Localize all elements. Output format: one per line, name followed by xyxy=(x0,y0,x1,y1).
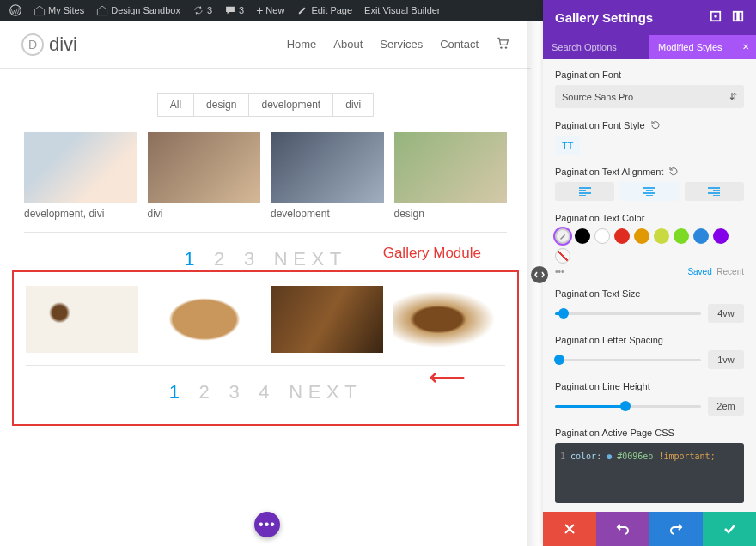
undo-button[interactable] xyxy=(596,512,649,546)
swatch-yellow[interactable] xyxy=(654,228,669,244)
color-picker[interactable] xyxy=(555,228,570,244)
portfolio-item[interactable]: design xyxy=(394,132,508,220)
nav-contact[interactable]: Contact xyxy=(440,38,479,51)
swatch-red[interactable] xyxy=(614,228,630,244)
page-2[interactable]: 2 xyxy=(214,248,230,270)
gallery-item[interactable] xyxy=(271,286,383,353)
page-3[interactable]: 3 xyxy=(244,248,260,270)
svg-point-6 xyxy=(714,15,717,18)
label-letter-spacing: Pagination Letter Spacing xyxy=(555,335,744,345)
panel-footer xyxy=(543,512,756,546)
gallery-item[interactable] xyxy=(393,286,506,353)
site-logo[interactable]: D divi xyxy=(21,33,77,56)
annotation-arrow: ⟵ xyxy=(429,361,466,391)
main-nav: Home About Services Contact xyxy=(287,36,509,52)
swatch-black[interactable] xyxy=(575,228,590,244)
swatch-blue[interactable] xyxy=(693,228,709,244)
page-next[interactable]: NEXT xyxy=(289,381,362,403)
label-font-style: Pagination Font Style xyxy=(555,120,645,130)
snap-icon[interactable] xyxy=(732,10,744,25)
tab-modified-styles[interactable]: Modified Styles xyxy=(649,35,756,59)
value-letter-spacing[interactable]: 1vw xyxy=(708,350,744,369)
slider-text-size[interactable] xyxy=(555,312,701,315)
redo-button[interactable] xyxy=(649,512,703,546)
label-text-color: Pagination Text Color xyxy=(555,213,744,223)
page-3[interactable]: 3 xyxy=(229,381,245,403)
new-content[interactable]: +New xyxy=(252,3,289,17)
select-pagination-font[interactable]: Source Sans Pro ⇵ xyxy=(555,85,744,108)
site-header: D divi Home About Services Contact xyxy=(0,21,531,69)
exit-visual-builder[interactable]: Exit Visual Builder xyxy=(360,5,444,15)
svg-rect-7 xyxy=(734,12,737,21)
slider-line-height[interactable] xyxy=(555,405,701,408)
page-2[interactable]: 2 xyxy=(199,381,216,403)
align-left[interactable] xyxy=(555,182,614,201)
nav-services[interactable]: Services xyxy=(380,38,423,51)
divi-floating-menu[interactable]: ••• xyxy=(254,512,280,537)
page-next[interactable]: NEXT xyxy=(274,248,347,270)
filter-divi[interactable]: divi xyxy=(333,94,373,116)
filter-development[interactable]: development xyxy=(249,94,333,116)
swatch-none[interactable] xyxy=(555,248,570,264)
gallery-item[interactable] xyxy=(149,286,261,353)
value-text-size[interactable]: 4vw xyxy=(708,304,744,323)
css-editor[interactable]: 1color: ● #0096eb !important; xyxy=(555,443,744,503)
recent-colors[interactable]: Recent xyxy=(716,267,744,276)
label-text-size: Pagination Text Size xyxy=(555,288,744,299)
portfolio-filters: All design development divi xyxy=(24,93,507,117)
edit-page[interactable]: Edit Page xyxy=(292,4,357,16)
close-button[interactable] xyxy=(543,512,596,546)
site-name[interactable]: Design Sandbox xyxy=(92,4,185,16)
page-4[interactable]: 4 xyxy=(259,381,275,403)
gallery-module-highlight: 1 2 3 4 NEXT ⟵ xyxy=(12,270,519,426)
page-1[interactable]: 1 xyxy=(169,381,186,403)
swatch-orange[interactable] xyxy=(634,228,649,244)
chevron-updown-icon: ⇵ xyxy=(729,91,737,102)
portfolio-grid: development, divi divi development desig… xyxy=(24,132,507,220)
font-style-uppercase[interactable]: TT xyxy=(555,136,580,155)
label-active-page-css: Pagination Active Page CSS xyxy=(555,428,744,438)
my-sites[interactable]: My Sites xyxy=(29,4,88,16)
align-right[interactable] xyxy=(685,182,744,201)
value-line-height[interactable]: 2em xyxy=(708,397,744,416)
gallery-settings-panel: Gallery Settings Search Options Modified… xyxy=(543,0,756,546)
reset-icon[interactable] xyxy=(650,120,661,130)
expand-icon[interactable] xyxy=(710,10,722,25)
updates[interactable]: 3 xyxy=(188,4,216,16)
nav-home[interactable]: Home xyxy=(287,38,317,51)
svg-point-3 xyxy=(500,46,502,48)
swatch-purple[interactable] xyxy=(713,228,729,244)
panel-resize-handle[interactable] xyxy=(531,266,548,283)
color-swatches xyxy=(555,228,744,264)
panel-body: Pagination Font Source Sans Pro ⇵ Pagina… xyxy=(543,59,756,512)
portfolio-item[interactable]: development xyxy=(271,132,384,220)
svg-rect-8 xyxy=(739,12,742,21)
save-button[interactable] xyxy=(703,512,756,546)
annotation-label: Gallery Module xyxy=(24,245,507,262)
swatch-white[interactable] xyxy=(594,228,610,244)
nav-about[interactable]: About xyxy=(333,38,363,51)
page-1[interactable]: 1 xyxy=(184,248,200,270)
panel-tabs: Search Options Modified Styles xyxy=(543,35,756,59)
gallery-grid xyxy=(26,286,505,353)
comments[interactable]: 3 xyxy=(220,4,248,16)
saved-colors[interactable]: Saved xyxy=(687,267,711,276)
more-swatches[interactable]: ••• xyxy=(555,267,564,276)
panel-title: Gallery Settings xyxy=(555,10,653,25)
gallery-item[interactable] xyxy=(26,286,138,353)
panel-header: Gallery Settings xyxy=(543,0,756,35)
label-pagination-font: Pagination Font xyxy=(555,70,744,80)
wp-logo[interactable] xyxy=(5,4,26,16)
reset-icon[interactable] xyxy=(668,167,679,177)
filter-all[interactable]: All xyxy=(158,94,194,116)
page-preview: D divi Home About Services Contact All d… xyxy=(0,21,531,546)
tab-search-options[interactable]: Search Options xyxy=(543,35,649,59)
label-text-alignment: Pagination Text Alignment xyxy=(555,167,663,177)
portfolio-item[interactable]: divi xyxy=(148,132,261,220)
portfolio-item[interactable]: development, divi xyxy=(24,132,137,220)
swatch-green[interactable] xyxy=(674,228,689,244)
cart-icon[interactable] xyxy=(496,36,509,52)
align-center[interactable] xyxy=(619,182,679,201)
slider-letter-spacing[interactable] xyxy=(555,359,701,361)
filter-design[interactable]: design xyxy=(194,94,249,116)
